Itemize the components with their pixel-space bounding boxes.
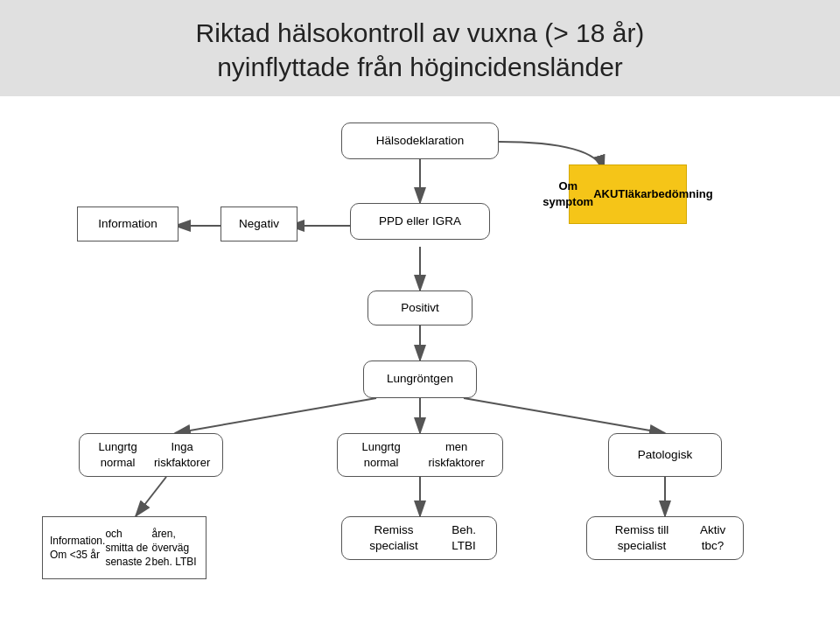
- title-line1: Riktad hälsokontroll av vuxna (> 18 år): [18, 16, 822, 50]
- lungroentgen-node: Lungröntgen: [363, 360, 477, 398]
- svg-line-6: [175, 398, 376, 433]
- lungrtg-normal-inga-node: Lungrtg normalInga riskfaktorer: [79, 433, 223, 477]
- svg-line-9: [136, 477, 166, 516]
- halsodeklaration-node: Hälsodeklaration: [341, 122, 499, 159]
- remiss-specialist-aktiv-node: Remiss till specialistAktiv tbc?: [586, 516, 744, 560]
- info-om-35-node: Information. Om <35 åroch smitta de sena…: [42, 516, 206, 579]
- diagram-area: Hälsodeklaration Om symptomAKUTläkarbedö…: [0, 96, 840, 612]
- svg-line-8: [464, 398, 665, 433]
- positivt-node: Positivt: [368, 290, 472, 326]
- om-symptom-node: Om symptomAKUTläkarbedömning: [569, 164, 687, 224]
- remiss-specialist-ltbi-node: Remiss specialistBeh. LTBI: [341, 516, 497, 560]
- negativ-node: Negativ: [220, 206, 298, 242]
- title-area: Riktad hälsokontroll av vuxna (> 18 år) …: [0, 0, 840, 96]
- ppd-igra-node: PPD eller IGRA: [350, 203, 490, 240]
- patologisk-node: Patologisk: [608, 433, 722, 477]
- title-line2: nyinflyttade från högincidensländer: [18, 50, 822, 84]
- information-node: Information: [77, 206, 178, 242]
- lungrtg-normal-men-node: Lungrtg normalmen riskfaktorer: [337, 433, 503, 477]
